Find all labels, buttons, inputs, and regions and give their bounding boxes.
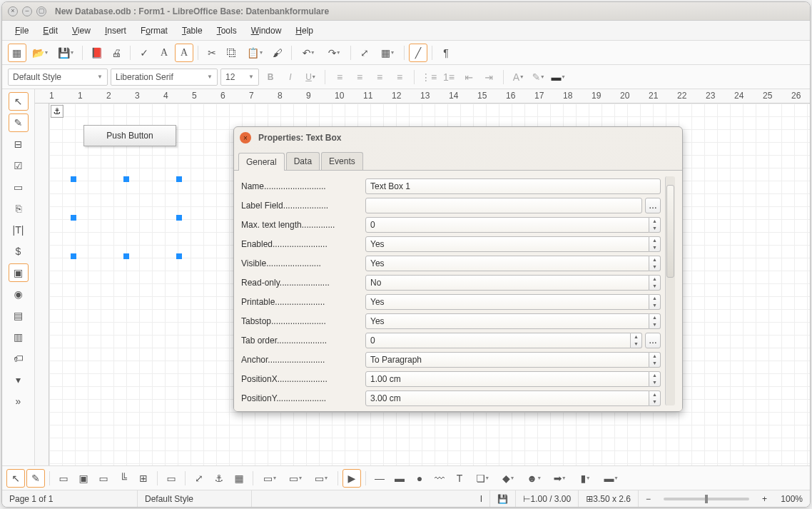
spin-buttons[interactable]: ▲▼ <box>649 371 661 387</box>
vertical-ruler[interactable] <box>35 104 49 465</box>
dialog-close-icon[interactable]: × <box>240 132 251 143</box>
nav-form2-icon[interactable]: ▭ <box>94 469 113 488</box>
prop-input[interactable]: 0 <box>365 333 631 348</box>
design-mode-tool[interactable]: ✎ <box>9 114 29 132</box>
cut-icon[interactable]: ✂ <box>203 44 221 62</box>
font-size-combo[interactable]: 12▼ <box>220 69 259 86</box>
clone-format-icon[interactable]: 🖌 <box>268 44 287 62</box>
menu-help[interactable]: Help <box>288 23 320 39</box>
font-color-icon[interactable]: A▾ <box>509 69 527 86</box>
resize-handle[interactable] <box>176 176 182 182</box>
window-close-icon[interactable]: × <box>8 6 18 16</box>
bold-icon[interactable]: B <box>262 69 279 86</box>
option-tool[interactable]: ◉ <box>9 285 29 303</box>
zoom-in-icon[interactable]: + <box>755 490 774 507</box>
textbox-tool[interactable]: ▭ <box>9 178 29 196</box>
group-icon[interactable]: ▭▾ <box>309 469 333 488</box>
italic-icon[interactable]: I <box>282 69 299 86</box>
char-a2-icon[interactable]: A <box>175 44 193 62</box>
controls-tool[interactable]: ⊟ <box>9 135 29 153</box>
align-justify-icon[interactable]: ≡ <box>391 69 408 86</box>
export-pdf-icon[interactable]: 📕 <box>87 44 106 62</box>
push-button-control[interactable]: Push Button <box>83 125 176 146</box>
menu-edit[interactable]: Edit <box>36 23 65 39</box>
prop-input[interactable]: Yes <box>365 313 649 329</box>
tab-order-icon[interactable]: ╚ <box>114 469 133 488</box>
align-icon[interactable]: ▭▾ <box>258 469 282 488</box>
font-name-combo[interactable]: Liberation Serif▼ <box>111 69 218 86</box>
menu-format[interactable]: Format <box>133 23 175 39</box>
spin-buttons[interactable]: ▲▼ <box>649 352 661 368</box>
groupbox-tool[interactable]: ▣ <box>9 263 29 282</box>
prop-input[interactable]: 3.00 cm <box>365 390 649 406</box>
number-list-icon[interactable]: 1≡ <box>440 69 457 86</box>
tab-events[interactable]: Events <box>321 152 363 170</box>
spin-buttons[interactable]: ▲▼ <box>649 256 661 271</box>
scrollbar-thumb[interactable] <box>666 185 674 278</box>
browse-button[interactable]: … <box>645 333 661 348</box>
char-a-icon[interactable]: A <box>155 44 173 62</box>
bg-color-icon[interactable]: ▬▾ <box>549 69 567 86</box>
underline-icon[interactable]: U▾ <box>302 69 319 86</box>
table-icon[interactable]: ▦▾ <box>375 44 400 62</box>
open-readonly-icon[interactable]: ▭ <box>162 469 181 488</box>
bullet-list-icon[interactable]: ⋮≡ <box>420 69 437 86</box>
prop-input[interactable]: 1.00 cm <box>365 371 649 387</box>
edit-icon[interactable]: ✎ <box>26 469 45 488</box>
selected-textbox-control[interactable] <box>73 179 179 256</box>
spin-buttons[interactable]: ▲▼ <box>649 217 661 233</box>
currency-tool[interactable]: $ <box>9 242 29 261</box>
prop-input[interactable]: No <box>365 275 649 291</box>
find-icon[interactable]: ⤢ <box>355 44 374 62</box>
zoom-out-icon[interactable]: − <box>639 490 658 507</box>
symbol-shapes-icon[interactable]: ☻▾ <box>522 469 546 488</box>
browse-button[interactable]: … <box>645 198 661 213</box>
spin-buttons[interactable]: ▲▼ <box>649 390 661 406</box>
indent-inc-icon[interactable]: ⇥ <box>480 69 497 86</box>
insert-mode-icon[interactable]: I <box>473 490 490 507</box>
select-arrow-icon[interactable]: ↖ <box>6 469 25 488</box>
menu-window[interactable]: Window <box>244 23 289 39</box>
star-shapes-icon[interactable]: ▬▾ <box>599 469 623 488</box>
pilcrow-icon[interactable]: ¶ <box>437 44 455 62</box>
activation-icon[interactable]: ⤢ <box>190 469 208 488</box>
run-icon[interactable]: ▶ <box>342 469 361 488</box>
zoom-slider[interactable] <box>664 498 749 500</box>
draw-line-icon[interactable]: ╱ <box>409 44 427 62</box>
undo-icon[interactable]: ↶▾ <box>296 44 320 62</box>
add-field-icon[interactable]: ⊞ <box>134 469 153 488</box>
align-left-icon[interactable]: ≡ <box>331 69 348 86</box>
prop-input[interactable]: Yes <box>365 294 649 310</box>
combobox-tool[interactable]: ▥ <box>9 328 29 346</box>
horizontal-ruler[interactable]: 1123456789101112131415161718192021222324… <box>35 89 810 104</box>
spin-buttons[interactable]: ▲▼ <box>649 236 661 252</box>
spin-buttons[interactable]: ▲▼ <box>649 313 661 329</box>
align-right-icon[interactable]: ≡ <box>371 69 388 86</box>
align-center-icon[interactable]: ≡ <box>351 69 368 86</box>
label-tool[interactable]: |T| <box>9 221 29 239</box>
resize-handle[interactable] <box>176 253 182 259</box>
more-tool[interactable]: ▾ <box>9 371 29 389</box>
prop-input[interactable] <box>365 198 642 213</box>
callout-icon[interactable]: ❏▾ <box>470 469 494 488</box>
nav-subform-icon[interactable]: ▣ <box>74 469 93 488</box>
highlight-icon[interactable]: ✎▾ <box>529 69 547 86</box>
resize-handle[interactable] <box>123 176 129 182</box>
textframe-icon[interactable]: T <box>450 469 469 488</box>
spin-buttons[interactable]: ▲▼ <box>631 333 642 348</box>
arrange-icon[interactable]: ▭▾ <box>283 469 308 488</box>
prop-input[interactable]: 0 <box>365 217 649 233</box>
paragraph-style-combo[interactable]: Default Style▼ <box>8 69 108 86</box>
formatted-field-tool[interactable]: ⎘ <box>9 199 29 218</box>
copy-icon[interactable]: ⿻ <box>223 44 241 62</box>
window-maximize-icon[interactable]: ▢ <box>36 6 46 16</box>
dialog-titlebar[interactable]: × Properties: Text Box <box>234 127 682 148</box>
menu-view[interactable]: View <box>65 23 98 39</box>
spin-buttons[interactable]: ▲▼ <box>649 294 661 310</box>
open-icon[interactable]: 📂▾ <box>28 44 52 62</box>
resize-handle[interactable] <box>71 253 76 259</box>
arrow-shapes-icon[interactable]: ➡▾ <box>547 469 572 488</box>
tab-data[interactable]: Data <box>286 152 320 170</box>
form-canvas[interactable]: ⚓ Push Button <box>49 104 810 465</box>
prop-input[interactable]: Yes <box>365 236 649 252</box>
